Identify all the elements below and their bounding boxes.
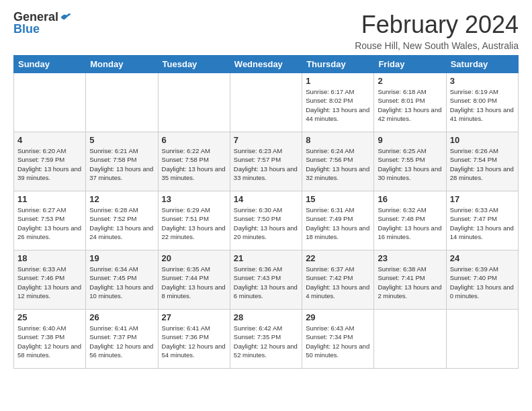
logo: General Blue [13,11,72,35]
day-number: 6 [162,135,226,145]
day-info: Sunrise: 6:43 AM Sunset: 7:34 PM Dayligh… [306,324,370,359]
logo-bird-icon [60,12,72,21]
day-info: Sunrise: 6:27 AM Sunset: 7:53 PM Dayligh… [17,205,82,241]
day-info: Sunrise: 6:28 AM Sunset: 7:52 PM Dayligh… [89,205,154,241]
weekday-header-monday: Monday [86,56,158,73]
day-number: 16 [378,194,442,204]
day-info: Sunrise: 6:39 AM Sunset: 7:40 PM Dayligh… [450,265,515,300]
day-number: 10 [450,135,515,145]
day-number: 15 [306,194,370,204]
calendar-cell: 9Sunrise: 6:25 AM Sunset: 7:55 PM Daylig… [374,132,446,191]
calendar-week-row: 25Sunrise: 6:40 AM Sunset: 7:38 PM Dayli… [14,310,519,369]
calendar-cell [86,73,158,132]
day-info: Sunrise: 6:41 AM Sunset: 7:37 PM Dayligh… [89,324,154,359]
calendar-cell: 16Sunrise: 6:32 AM Sunset: 7:48 PM Dayli… [374,191,446,250]
day-number: 13 [162,194,226,204]
day-info: Sunrise: 6:42 AM Sunset: 7:35 PM Dayligh… [234,324,298,359]
logo-general: General [13,11,58,23]
day-number: 29 [306,312,370,322]
day-info: Sunrise: 6:33 AM Sunset: 7:46 PM Dayligh… [17,265,82,300]
calendar-cell: 15Sunrise: 6:31 AM Sunset: 7:49 PM Dayli… [302,191,374,250]
weekday-header-saturday: Saturday [446,56,518,73]
day-number: 23 [378,253,442,263]
day-info: Sunrise: 6:40 AM Sunset: 7:38 PM Dayligh… [17,324,82,359]
weekday-header-sunday: Sunday [14,56,86,73]
day-number: 27 [162,312,226,322]
calendar-cell [158,73,230,132]
calendar-cell: 3Sunrise: 6:19 AM Sunset: 8:00 PM Daylig… [446,73,518,132]
day-info: Sunrise: 6:17 AM Sunset: 8:02 PM Dayligh… [306,87,370,123]
day-number: 21 [234,253,298,263]
day-number: 8 [306,135,370,145]
weekday-header-thursday: Thursday [302,56,374,73]
calendar-cell: 13Sunrise: 6:29 AM Sunset: 7:51 PM Dayli… [158,191,230,250]
day-number: 24 [450,253,515,263]
header: General Blue February 2024 Rouse Hill, N… [13,11,519,51]
day-info: Sunrise: 6:23 AM Sunset: 7:57 PM Dayligh… [234,146,298,182]
calendar-cell: 19Sunrise: 6:34 AM Sunset: 7:45 PM Dayli… [86,250,158,310]
calendar-cell: 22Sunrise: 6:37 AM Sunset: 7:42 PM Dayli… [302,250,374,310]
day-info: Sunrise: 6:29 AM Sunset: 7:51 PM Dayligh… [162,205,226,241]
calendar-cell: 20Sunrise: 6:35 AM Sunset: 7:44 PM Dayli… [158,250,230,310]
logo-blue: Blue [13,23,72,35]
day-info: Sunrise: 6:37 AM Sunset: 7:42 PM Dayligh… [306,265,370,300]
calendar-cell: 8Sunrise: 6:24 AM Sunset: 7:56 PM Daylig… [302,132,374,191]
day-info: Sunrise: 6:38 AM Sunset: 7:41 PM Dayligh… [378,265,442,300]
day-number: 14 [234,194,298,204]
day-info: Sunrise: 6:31 AM Sunset: 7:49 PM Dayligh… [306,205,370,241]
calendar-cell: 27Sunrise: 6:41 AM Sunset: 7:36 PM Dayli… [158,310,230,369]
day-number: 20 [162,253,226,263]
calendar-cell: 28Sunrise: 6:42 AM Sunset: 7:35 PM Dayli… [230,310,302,369]
calendar-cell: 7Sunrise: 6:23 AM Sunset: 7:57 PM Daylig… [230,132,302,191]
day-number: 7 [234,135,298,145]
day-info: Sunrise: 6:36 AM Sunset: 7:43 PM Dayligh… [234,265,298,300]
calendar-header-row: SundayMondayTuesdayWednesdayThursdayFrid… [14,56,519,73]
calendar-cell [230,73,302,132]
title-block: February 2024 Rouse Hill, New South Wale… [355,11,519,51]
day-number: 22 [306,253,370,263]
day-number: 3 [450,76,515,86]
calendar-cell: 26Sunrise: 6:41 AM Sunset: 7:37 PM Dayli… [86,310,158,369]
day-info: Sunrise: 6:20 AM Sunset: 7:59 PM Dayligh… [17,146,82,182]
calendar-cell [446,310,518,369]
weekday-header-friday: Friday [374,56,446,73]
page: General Blue February 2024 Rouse Hill, N… [0,0,532,375]
day-info: Sunrise: 6:24 AM Sunset: 7:56 PM Dayligh… [306,146,370,182]
calendar-cell: 18Sunrise: 6:33 AM Sunset: 7:46 PM Dayli… [14,250,86,310]
calendar-cell: 12Sunrise: 6:28 AM Sunset: 7:52 PM Dayli… [86,191,158,250]
calendar-cell: 24Sunrise: 6:39 AM Sunset: 7:40 PM Dayli… [446,250,518,310]
day-info: Sunrise: 6:41 AM Sunset: 7:36 PM Dayligh… [162,324,226,359]
calendar-table: SundayMondayTuesdayWednesdayThursdayFrid… [13,55,519,369]
calendar-cell: 25Sunrise: 6:40 AM Sunset: 7:38 PM Dayli… [14,310,86,369]
calendar-cell [374,310,446,369]
day-number: 11 [17,194,82,204]
day-info: Sunrise: 6:21 AM Sunset: 7:58 PM Dayligh… [89,146,154,182]
calendar-week-row: 1Sunrise: 6:17 AM Sunset: 8:02 PM Daylig… [14,73,519,132]
title-location: Rouse Hill, New South Wales, Australia [355,40,519,51]
calendar-cell: 10Sunrise: 6:26 AM Sunset: 7:54 PM Dayli… [446,132,518,191]
calendar-cell: 14Sunrise: 6:30 AM Sunset: 7:50 PM Dayli… [230,191,302,250]
day-info: Sunrise: 6:25 AM Sunset: 7:55 PM Dayligh… [378,146,442,182]
calendar-week-row: 4Sunrise: 6:20 AM Sunset: 7:59 PM Daylig… [14,132,519,191]
weekday-header-wednesday: Wednesday [230,56,302,73]
day-info: Sunrise: 6:26 AM Sunset: 7:54 PM Dayligh… [450,146,515,182]
calendar-cell: 5Sunrise: 6:21 AM Sunset: 7:58 PM Daylig… [86,132,158,191]
day-info: Sunrise: 6:22 AM Sunset: 7:58 PM Dayligh… [162,146,226,182]
day-info: Sunrise: 6:34 AM Sunset: 7:45 PM Dayligh… [89,265,154,300]
day-info: Sunrise: 6:35 AM Sunset: 7:44 PM Dayligh… [162,265,226,300]
calendar-cell: 17Sunrise: 6:33 AM Sunset: 7:47 PM Dayli… [446,191,518,250]
day-number: 19 [89,253,154,263]
day-info: Sunrise: 6:18 AM Sunset: 8:01 PM Dayligh… [378,87,442,123]
title-month-year: February 2024 [355,11,519,39]
calendar-week-row: 11Sunrise: 6:27 AM Sunset: 7:53 PM Dayli… [14,191,519,250]
day-info: Sunrise: 6:19 AM Sunset: 8:00 PM Dayligh… [450,87,515,123]
day-number: 9 [378,135,442,145]
calendar-cell: 1Sunrise: 6:17 AM Sunset: 8:02 PM Daylig… [302,73,374,132]
calendar-cell: 2Sunrise: 6:18 AM Sunset: 8:01 PM Daylig… [374,73,446,132]
calendar-cell: 29Sunrise: 6:43 AM Sunset: 7:34 PM Dayli… [302,310,374,369]
calendar-cell: 6Sunrise: 6:22 AM Sunset: 7:58 PM Daylig… [158,132,230,191]
day-number: 25 [17,312,82,322]
calendar-cell: 11Sunrise: 6:27 AM Sunset: 7:53 PM Dayli… [14,191,86,250]
weekday-header-tuesday: Tuesday [158,56,230,73]
day-number: 18 [17,253,82,263]
